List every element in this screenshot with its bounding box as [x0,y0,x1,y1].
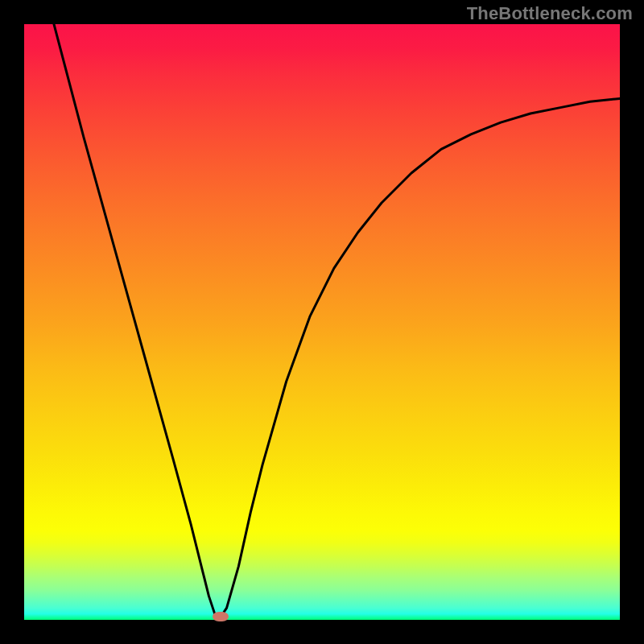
chart-frame: TheBottleneck.com [0,0,644,644]
plot-area [24,24,620,620]
curve-svg [24,24,620,620]
watermark-text: TheBottleneck.com [467,3,633,24]
bottleneck-curve [54,24,620,617]
min-point-marker [213,612,229,621]
